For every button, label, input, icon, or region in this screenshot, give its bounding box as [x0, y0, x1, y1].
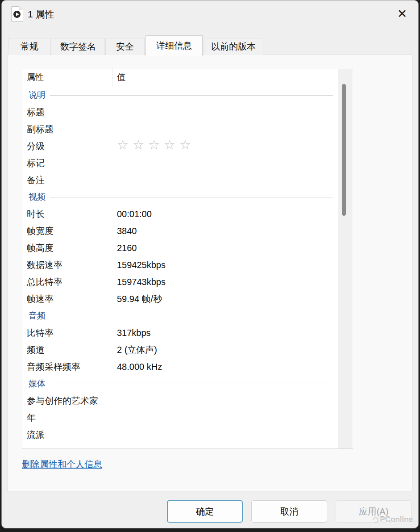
property-value: 2 (立体声): [117, 344, 157, 356]
watermark-text: PConline: [380, 515, 413, 524]
column-header-property: 属性: [22, 68, 112, 86]
section-label: 音频: [27, 310, 46, 322]
property-label: 分级: [27, 140, 117, 152]
tab-previous-versions[interactable]: 以前的版本: [204, 38, 263, 55]
media-file-icon: [11, 6, 23, 22]
property-value: 317kbps: [117, 328, 151, 338]
property-value: 00:01:00: [117, 209, 152, 219]
tab-security[interactable]: 安全: [105, 38, 145, 55]
column-header-value: 值: [112, 68, 322, 86]
property-label: 总比特率: [27, 276, 117, 288]
row-channels[interactable]: 频道 2 (立体声): [22, 341, 339, 358]
property-label: 帧速率: [27, 293, 117, 305]
property-label: 参与创作的艺术家: [27, 395, 117, 407]
property-value: 159425kbps: [117, 260, 166, 270]
property-value: 2160: [117, 243, 137, 253]
properties-dialog: 1 属性 ✕ 常规 数字签名 安全 详细信息 以前的版本 属性 值 说明 标题: [1, 0, 419, 528]
property-label: 音频采样频率: [27, 361, 117, 373]
section-divider: [50, 95, 333, 96]
tab-strip: 常规 数字签名 安全 详细信息 以前的版本: [8, 34, 263, 55]
page-fold-icon: [19, 6, 23, 10]
section-description: 说明: [22, 87, 339, 104]
rating-stars[interactable]: ☆☆☆☆☆: [117, 138, 195, 151]
remove-properties-link[interactable]: 删除属性和个人信息: [22, 458, 102, 470]
tab-details[interactable]: 详细信息: [146, 35, 203, 56]
property-value: 59.94 帧/秒: [117, 293, 162, 305]
property-label: 数据速率: [27, 259, 117, 271]
row-comments[interactable]: 备注: [22, 172, 339, 189]
property-value: 159743kbps: [117, 277, 166, 287]
scrollbar[interactable]: [338, 69, 352, 449]
close-button[interactable]: ✕: [392, 5, 412, 23]
tab-digital-signatures[interactable]: 数字签名: [52, 38, 104, 55]
properties-list: 属性 值 说明 标题 副标题 分级 ☆☆☆☆☆: [22, 68, 353, 449]
cancel-button[interactable]: 取消: [251, 500, 327, 523]
property-label: 频道: [27, 344, 117, 356]
row-rating[interactable]: 分级 ☆☆☆☆☆: [22, 138, 339, 155]
row-length[interactable]: 时长 00:01:00: [22, 205, 339, 222]
section-label: 媒体: [27, 378, 46, 390]
window-title: 1 属性: [28, 8, 54, 21]
section-divider: [50, 197, 333, 197]
row-frame-width[interactable]: 帧宽度 3840: [22, 222, 339, 239]
section-audio: 音频: [22, 307, 339, 324]
scrollbar-thumb[interactable]: [342, 84, 346, 216]
list-rows: 说明 标题 副标题 分级 ☆☆☆☆☆ 标记: [22, 87, 339, 443]
property-label: 副标题: [27, 123, 117, 135]
property-label: 比特率: [27, 327, 117, 339]
row-audio-bitrate[interactable]: 比特率 317kbps: [22, 324, 339, 341]
section-label: 说明: [27, 89, 46, 101]
section-divider: [50, 316, 333, 316]
section-media: 媒体: [22, 375, 339, 392]
tab-general[interactable]: 常规: [8, 38, 51, 55]
pconline-logo-icon: [372, 516, 380, 524]
play-circle-icon: [13, 11, 21, 18]
play-triangle-icon: [16, 13, 19, 16]
property-label: 帧宽度: [27, 225, 117, 237]
ok-button[interactable]: 确定: [167, 500, 243, 523]
property-label: 年: [27, 412, 117, 424]
section-video: 视频: [22, 189, 339, 205]
row-frame-rate[interactable]: 帧速率 59.94 帧/秒: [22, 290, 339, 307]
row-year[interactable]: 年: [22, 409, 339, 426]
section-label: 视频: [27, 191, 46, 203]
property-value: 3840: [117, 226, 137, 236]
row-title[interactable]: 标题: [22, 104, 339, 121]
pconline-watermark: PConline: [373, 515, 413, 524]
property-label: 帧高度: [27, 242, 117, 254]
row-subtitle[interactable]: 副标题: [22, 121, 339, 138]
details-tab-page: 属性 值 说明 标题 副标题 分级 ☆☆☆☆☆: [7, 54, 413, 491]
list-header: 属性 值: [22, 68, 353, 86]
row-contributing-artists[interactable]: 参与创作的艺术家: [22, 392, 339, 409]
property-label: 流派: [27, 429, 117, 441]
row-frame-height[interactable]: 帧高度 2160: [22, 239, 339, 256]
property-label: 时长: [27, 208, 117, 220]
row-total-bitrate[interactable]: 总比特率 159743kbps: [22, 273, 339, 290]
property-value: 48.000 kHz: [117, 362, 162, 372]
row-sample-rate[interactable]: 音频采样频率 48.000 kHz: [22, 358, 339, 375]
row-data-rate[interactable]: 数据速率 159425kbps: [22, 256, 339, 273]
title-bar: 1 属性 ✕: [2, 0, 418, 28]
property-label: 备注: [27, 174, 117, 186]
row-genre[interactable]: 流派: [22, 426, 339, 443]
property-label: 标题: [27, 106, 117, 118]
property-label: 标记: [27, 157, 117, 169]
row-tags[interactable]: 标记: [22, 155, 339, 172]
section-divider: [50, 384, 333, 384]
